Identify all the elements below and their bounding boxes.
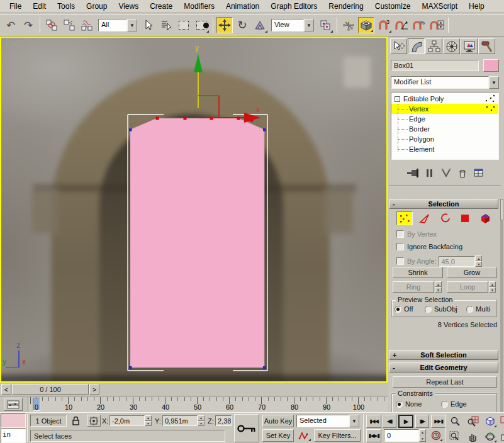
set-key-button[interactable]: Set Key — [262, 429, 294, 442]
time-configuration-button[interactable] — [429, 429, 443, 442]
border-mode-button[interactable] — [437, 211, 453, 225]
stack-row-edge[interactable]: Edge — [391, 114, 498, 124]
undo-button[interactable]: ↶ — [3, 17, 19, 33]
ring-button[interactable]: Ring — [393, 281, 434, 293]
by-angle-checkbox[interactable] — [396, 257, 404, 265]
element-mode-button[interactable] — [477, 211, 493, 225]
stack-row-border[interactable]: Border — [391, 124, 498, 134]
angle-snap-toggle-button[interactable] — [393, 17, 410, 33]
play-animation-button[interactable]: ▶ — [398, 415, 413, 428]
orbit-button[interactable] — [483, 429, 497, 443]
transform-gizmo[interactable]: y x — [194, 43, 260, 123]
snaps-toggle-button[interactable] — [358, 17, 374, 33]
object-color-swatch[interactable] — [483, 59, 499, 72]
soft-selection-rollout-header[interactable]: + Soft Selection — [389, 350, 498, 360]
coordsys-arrow[interactable]: ▼ — [304, 19, 314, 31]
modifier-list-arrow[interactable]: ▼ — [489, 76, 499, 89]
tab-motion[interactable] — [443, 38, 460, 54]
collapse-box[interactable]: - — [395, 96, 400, 102]
menu-maxscript[interactable]: MAXScript — [416, 1, 463, 12]
preview-multi-radio[interactable]: Multi — [466, 305, 490, 313]
select-and-move-button[interactable] — [216, 17, 233, 33]
time-slider-handle[interactable]: 0 / 100 — [12, 384, 89, 395]
go-to-start-button[interactable]: ▮◀◀ — [366, 415, 381, 428]
modifier-list-dropdown[interactable]: Modifier List ▼ — [391, 76, 499, 89]
window-crossing-toggle-button[interactable] — [193, 17, 210, 33]
make-unique-icon[interactable] — [440, 168, 452, 178]
open-mini-curve-editor-button[interactable] — [4, 398, 23, 411]
panel-scrollbar[interactable] — [500, 199, 503, 412]
preview-subobj-radio[interactable]: SubObj — [425, 305, 457, 313]
modifier-stack[interactable]: - Editable Poly Vertex Edge Border Polyg… — [391, 92, 499, 160]
configure-modifier-sets-icon[interactable] — [473, 168, 484, 178]
selection-rollout-header[interactable]: - Selection — [389, 199, 498, 209]
y-coord-spinner[interactable]: ▲▼ — [198, 415, 204, 426]
zoom-button[interactable] — [448, 414, 462, 428]
auto-key-button[interactable]: Auto Key — [262, 415, 294, 427]
time-slider-next-button[interactable]: > — [89, 384, 99, 395]
use-pivot-point-center-button[interactable] — [317, 17, 333, 33]
menu-tools[interactable]: Tools — [52, 1, 81, 12]
vertex-mode-button[interactable] — [396, 211, 413, 225]
percent-snap-toggle-button[interactable]: % — [411, 17, 427, 33]
menu-file[interactable]: File — [4, 1, 27, 12]
stack-row-vertex[interactable]: Vertex — [391, 104, 498, 114]
bind-to-space-warp-button[interactable] — [79, 17, 95, 33]
track-bar-ruler[interactable]: 0 10 20 30 40 50 60 70 80 90 100 — [28, 397, 388, 412]
menu-create[interactable]: Create — [144, 1, 178, 12]
select-object-button[interactable] — [140, 17, 157, 33]
set-keys-button[interactable] — [234, 414, 259, 442]
maximize-viewport-toggle-button[interactable] — [499, 429, 504, 443]
tab-modify[interactable] — [408, 38, 425, 54]
reference-coordsys-dropdown[interactable]: View ▼ — [271, 19, 314, 31]
selection-filter-dropdown[interactable]: All ▼ — [98, 19, 137, 31]
editable-poly-object[interactable] — [130, 118, 264, 367]
menu-graph-editors[interactable]: Graph Editors — [265, 1, 323, 12]
selection-filter-arrow[interactable]: ▼ — [127, 19, 137, 31]
spinner-snap-toggle-button[interactable] — [428, 17, 445, 33]
repeat-last-button[interactable]: Repeat Last — [393, 376, 497, 388]
angle-snap-3-button[interactable]: 3 — [376, 17, 392, 33]
redo-button[interactable]: ↷ — [20, 17, 36, 33]
time-slider-prev-button[interactable]: < — [1, 384, 11, 395]
z-coord-field[interactable]: 2,385m — [215, 415, 232, 426]
constraints-none-radio[interactable]: None — [396, 400, 422, 408]
menu-group[interactable]: Group — [81, 1, 113, 12]
x-coord-spinner[interactable]: ▲▼ — [145, 415, 152, 426]
by-vertex-checkbox[interactable]: By Vertex — [396, 230, 437, 238]
object-name-field[interactable]: Box01 — [391, 60, 479, 71]
tab-create[interactable] — [390, 38, 407, 54]
tab-hierarchy[interactable] — [425, 38, 442, 54]
by-angle-spinner[interactable]: ▲▼ — [475, 255, 482, 267]
menu-modifiers[interactable]: Modifiers — [178, 1, 220, 12]
by-angle-field[interactable]: 45,0 — [439, 256, 475, 267]
tab-utilities[interactable] — [478, 38, 495, 54]
zoom-extents-all-button[interactable] — [499, 414, 504, 428]
loop-spinner[interactable]: ▲▼ — [489, 281, 496, 293]
loop-button[interactable]: Loop — [447, 281, 488, 293]
key-mode-dropdown[interactable]: Selected ▼ — [296, 415, 359, 427]
stack-row-editable-poly[interactable]: - Editable Poly — [391, 94, 498, 104]
previous-frame-button[interactable]: ◀▮ — [383, 415, 396, 428]
rectangular-selection-region-button[interactable] — [176, 17, 192, 33]
current-frame-field[interactable]: 0 — [384, 429, 419, 442]
key-mode-toggle-button[interactable]: ▮◀▶▮ — [366, 429, 381, 442]
menu-edit[interactable]: Edit — [27, 1, 52, 12]
zoom-region-button[interactable] — [448, 429, 462, 443]
unlink-selection-button[interactable] — [61, 17, 77, 33]
show-end-result-icon[interactable] — [425, 168, 434, 178]
zoom-all-button[interactable] — [466, 414, 479, 428]
viewport-label[interactable]: Left — [6, 40, 18, 48]
viewport-left[interactable]: y x z y x Left — [0, 36, 388, 383]
select-and-manipulate-button[interactable] — [340, 17, 357, 33]
menu-customize[interactable]: Customize — [369, 1, 417, 12]
select-and-link-button[interactable] — [43, 17, 60, 33]
key-filters-button[interactable]: Key Filters... — [314, 429, 361, 442]
constraints-edge-radio[interactable]: Edge — [441, 400, 467, 408]
polygon-mode-button[interactable] — [457, 211, 473, 225]
menu-rendering[interactable]: Rendering — [323, 1, 369, 12]
ignore-backfacing-checkbox[interactable]: Ignore Backfacing — [396, 243, 462, 250]
pin-stack-button[interactable] — [406, 168, 419, 178]
select-and-rotate-button[interactable]: ↻ — [234, 17, 250, 33]
default-in-out-tangents-button[interactable] — [296, 429, 311, 442]
